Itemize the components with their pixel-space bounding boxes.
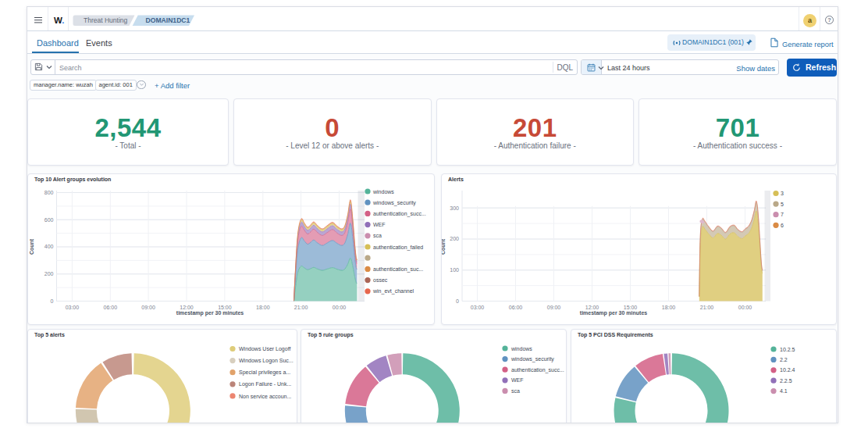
svg-text:09:00: 09:00 (547, 305, 561, 310)
svg-text:12:00: 12:00 (585, 305, 599, 310)
svg-text:21:00: 21:00 (294, 305, 308, 310)
svg-text:Logon Failure - Unk...: Logon Failure - Unk... (239, 381, 291, 387)
svg-text:Windows Logon Suc...: Windows Logon Suc... (239, 358, 293, 364)
svg-text:00:00: 00:00 (738, 305, 752, 310)
svg-text:authentication_succ...: authentication_succ... (511, 367, 564, 373)
svg-text:21:00: 21:00 (700, 305, 714, 310)
svg-text:authentication_succ...: authentication_succ... (373, 211, 426, 217)
svg-text:600: 600 (44, 217, 54, 223)
svg-text:18:00: 18:00 (662, 305, 676, 310)
svg-text:0: 0 (456, 298, 459, 304)
svg-text:300: 300 (450, 205, 459, 211)
svg-text:12:00: 12:00 (180, 305, 194, 310)
svg-text:windows: windows (510, 346, 532, 352)
svg-text:WEF: WEF (511, 377, 524, 383)
svg-text:10.2.5: 10.2.5 (780, 347, 795, 352)
svg-text:06:00: 06:00 (104, 305, 118, 310)
svg-text:Count: Count (442, 238, 446, 255)
svg-text:Windows User Logoff: Windows User Logoff (239, 346, 290, 352)
svg-text:200: 200 (450, 236, 459, 241)
svg-text:3: 3 (781, 191, 784, 196)
svg-text:4.1: 4.1 (780, 388, 788, 394)
svg-text:ossec: ossec (373, 277, 388, 283)
svg-text:authentication_suc...: authentication_suc... (373, 266, 423, 273)
svg-text:400: 400 (44, 244, 54, 249)
svg-text:6: 6 (781, 223, 784, 228)
svg-text:Special privileges a...: Special privileges a... (239, 369, 290, 376)
svg-text:authentication_failed: authentication_failed (373, 244, 423, 251)
svg-text:2.2.5: 2.2.5 (780, 378, 792, 384)
svg-text:Non service accoun...: Non service accoun... (239, 394, 291, 399)
svg-text:15:00: 15:00 (218, 305, 232, 310)
svg-text:0: 0 (51, 298, 54, 304)
svg-text:100: 100 (450, 267, 459, 273)
svg-text:2.2: 2.2 (780, 357, 788, 362)
svg-text:Count: Count (29, 238, 34, 255)
svg-text:windows_security: windows_security (372, 200, 416, 206)
svg-text:800: 800 (44, 190, 54, 195)
svg-text:15:00: 15:00 (624, 305, 638, 310)
svg-text:18:00: 18:00 (256, 305, 270, 310)
svg-text:timestamp per 30 minutes: timestamp per 30 minutes (176, 310, 244, 316)
svg-text:win_evt_channel: win_evt_channel (372, 288, 414, 294)
svg-text:sca: sca (511, 388, 520, 394)
svg-text:03:00: 03:00 (471, 305, 485, 310)
svg-text:WEF: WEF (373, 222, 386, 227)
svg-text:sca: sca (373, 233, 382, 238)
svg-text:windows: windows (372, 189, 394, 195)
svg-text:windows_security: windows_security (510, 356, 554, 362)
svg-text:200: 200 (44, 271, 54, 277)
svg-text:09:00: 09:00 (141, 305, 155, 310)
svg-text:10.2.4: 10.2.4 (780, 367, 795, 373)
svg-text:03:00: 03:00 (66, 305, 80, 310)
svg-text:7: 7 (781, 212, 784, 217)
svg-text:DOMAIN1DC1: DOMAIN1DC1 (146, 16, 190, 24)
svg-text:5: 5 (781, 202, 784, 207)
svg-text:timestamp per 30 minutes: timestamp per 30 minutes (580, 310, 647, 316)
svg-text:00:00: 00:00 (333, 305, 347, 310)
svg-text:06:00: 06:00 (509, 305, 523, 310)
svg-text:Threat Hunting: Threat Hunting (84, 16, 127, 24)
